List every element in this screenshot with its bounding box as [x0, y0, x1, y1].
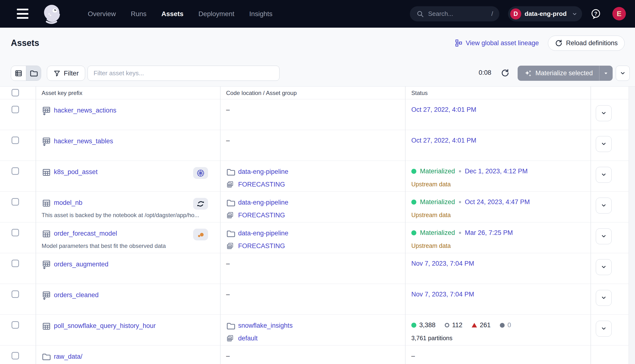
asset-key-link[interactable]: hacker_news_actions — [54, 107, 116, 114]
select-all-checkbox[interactable] — [12, 89, 19, 96]
row-expand-button[interactable] — [596, 321, 612, 336]
collapse-all-button[interactable] — [616, 66, 630, 81]
search-placeholder: Search... — [428, 10, 487, 18]
separator-dot — [459, 170, 461, 172]
asset-group-link[interactable]: FORECASTING — [238, 212, 285, 219]
filter-asset-keys-input[interactable] — [88, 66, 280, 81]
materialization-date-link[interactable]: Nov 7, 2023, 7:04 PM — [411, 291, 474, 298]
row-checkbox[interactable] — [12, 260, 19, 267]
nav-item-deployment[interactable]: Deployment — [198, 10, 234, 18]
asset-key-link[interactable]: orders_cleaned — [54, 292, 99, 299]
materialization-date-link[interactable]: Oct 24, 2023, 4:47 PM — [465, 198, 530, 206]
compute-kind-badge — [193, 167, 208, 179]
global-search[interactable]: Search... / — [410, 6, 499, 22]
code-location-link[interactable]: snowflake_insights — [238, 322, 293, 330]
materialization-date-link[interactable]: Nov 7, 2023, 7:04 PM — [411, 260, 474, 267]
chevron-down-icon — [571, 11, 578, 17]
list-view-button[interactable] — [11, 66, 26, 80]
dagster-logo-icon[interactable] — [41, 2, 65, 26]
filter-button[interactable]: Filter — [47, 66, 85, 81]
asset-key-link[interactable]: raw_data/ — [54, 353, 83, 360]
asset-key-link[interactable]: poll_snowflake_query_history_hour — [54, 322, 156, 330]
materialize-selected-button[interactable]: Materialize selected — [518, 66, 599, 81]
upstream-data-note: Upstream data — [411, 242, 451, 249]
assets-table: Asset key prefix Code location / Asset g… — [0, 86, 635, 364]
code-location: snowflake_insights — [226, 322, 293, 330]
row-expand-button[interactable] — [596, 259, 612, 275]
chevron-down-icon — [600, 294, 607, 301]
missing-partitions-count: 112 — [452, 322, 462, 329]
table-row: orders_cleaned–Nov 7, 2023, 7:04 PM — [0, 284, 635, 315]
table-arrow-icon — [42, 260, 51, 270]
row-expand-button[interactable] — [596, 228, 612, 244]
location-empty-dash: – — [226, 260, 230, 267]
hamburger-menu-icon[interactable] — [17, 9, 28, 19]
location-empty-dash: – — [226, 137, 230, 144]
asset-description: This asset is backed by the notebook at … — [42, 212, 199, 218]
failed-partitions-icon — [472, 323, 477, 328]
row-checkbox[interactable] — [12, 167, 19, 175]
sheets-icon — [226, 180, 234, 188]
materialization-date-link[interactable]: Oct 27, 2022, 4:01 PM — [411, 106, 476, 114]
stale-partitions-icon — [500, 323, 505, 328]
materialize-options-caret[interactable] — [599, 66, 613, 81]
upstream-data-note: Upstream data — [411, 212, 451, 218]
code-location-link[interactable]: data-eng-pipeline — [238, 168, 288, 176]
reload-definitions-button[interactable]: Reload definitions — [548, 36, 625, 51]
code-location-link[interactable]: data-eng-pipeline — [238, 199, 288, 206]
nav-item-runs[interactable]: Runs — [131, 10, 147, 18]
help-icon[interactable]: ? — [590, 8, 602, 20]
asset-key-link[interactable]: orders_augmented — [54, 260, 109, 268]
deployment-initial-badge: D — [510, 8, 521, 20]
row-checkbox[interactable] — [12, 136, 19, 144]
table-body: hacker_news_actions–Oct 27, 2022, 4:01 P… — [0, 99, 635, 364]
separator-dot — [459, 201, 461, 203]
compute-kind-badge — [193, 198, 208, 210]
deployment-switcher[interactable]: D data-eng-prod — [508, 6, 582, 22]
notebook-icon — [196, 199, 205, 209]
asset-key-link[interactable]: order_forecast_model — [54, 230, 117, 237]
asset-group-link[interactable]: FORECASTING — [238, 181, 285, 188]
materialization-date-link[interactable]: Mar 26, 7:25 PM — [465, 229, 513, 236]
materialization-date-link[interactable]: Oct 27, 2022, 4:01 PM — [411, 137, 476, 144]
materialized-dot — [411, 169, 416, 174]
materialization-date-link[interactable]: Dec 1, 2023, 4:12 PM — [465, 168, 528, 175]
folder-icon — [226, 168, 234, 176]
asset-key-link[interactable]: model_nb — [54, 199, 83, 206]
row-expand-button[interactable] — [596, 167, 612, 183]
asset-group: FORECASTING — [226, 211, 285, 219]
row-expand-button[interactable] — [596, 198, 612, 214]
refresh-countdown: 0:08 — [479, 69, 491, 76]
row-checkbox[interactable] — [12, 106, 19, 113]
user-avatar[interactable]: E — [612, 7, 626, 20]
row-checkbox[interactable] — [12, 229, 19, 236]
scrollbar-track[interactable] — [628, 86, 635, 364]
materialized-dot — [411, 230, 416, 235]
status-empty-dash: – — [411, 352, 415, 360]
nav-item-insights[interactable]: Insights — [249, 10, 273, 18]
asset-group-link[interactable]: default — [238, 335, 258, 342]
code-location-link[interactable]: data-eng-pipeline — [238, 230, 288, 237]
table-row: poll_snowflake_query_history_hoursnowfla… — [0, 315, 635, 346]
materialized-partitions-count: 3,388 — [419, 322, 436, 329]
asset-group-link[interactable]: FORECASTING — [238, 242, 285, 250]
nav-item-overview[interactable]: Overview — [88, 10, 116, 18]
view-mode-toggle — [11, 66, 41, 81]
row-checkbox[interactable] — [12, 198, 19, 206]
nav-item-assets[interactable]: Assets — [161, 10, 184, 18]
asset-key-link[interactable]: k8s_pod_asset — [54, 168, 98, 176]
materialize-selected-split-button: Materialize selected — [518, 66, 613, 81]
row-checkbox[interactable] — [12, 290, 19, 298]
row-expand-button[interactable] — [596, 105, 612, 121]
asset-key-link[interactable]: hacker_news_tables — [54, 138, 113, 145]
row-expand-button[interactable] — [596, 290, 612, 306]
refresh-icon[interactable] — [501, 68, 509, 77]
folder-view-button[interactable] — [26, 66, 41, 80]
row-checkbox[interactable] — [12, 352, 19, 360]
assets-toolbar: Filter 0:08 Materialize selected — [0, 58, 635, 86]
view-global-asset-lineage-link[interactable]: View global asset lineage — [455, 39, 539, 47]
row-expand-button[interactable] — [596, 136, 612, 152]
code-location: data-eng-pipeline — [226, 168, 288, 176]
status-cell: MaterializedDec 1, 2023, 4:12 PM — [411, 168, 528, 175]
row-checkbox[interactable] — [12, 321, 19, 329]
